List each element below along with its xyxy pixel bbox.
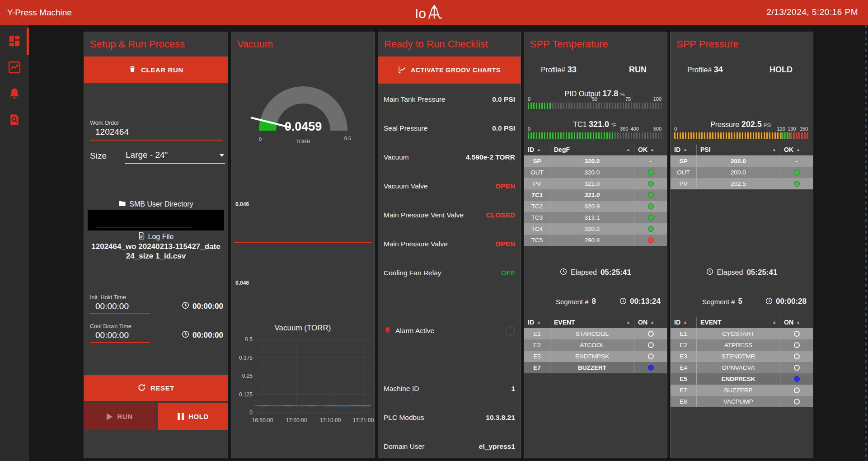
column-header-on[interactable]: ON▲: [634, 317, 667, 328]
column-header-event[interactable]: EVENT▲: [550, 317, 634, 328]
event-led: [794, 376, 800, 382]
table-row: PV202.5: [671, 178, 813, 189]
event-led: [648, 353, 654, 359]
status-led: [648, 169, 654, 175]
info-row: PLC Modbus 10.3.8.21: [384, 412, 515, 423]
column-header-on[interactable]: ON▲: [780, 317, 813, 328]
header-bar: Y-Press Machine Io 2/13/2024, 5:20:16 PM: [0, 0, 868, 25]
profile-label: Profile#: [687, 66, 712, 74]
panel-title: Ready to Run Checklist: [384, 38, 488, 50]
clear-run-label: CLEAR RUN: [141, 66, 183, 74]
svg-text:0.5: 0.5: [245, 336, 253, 343]
event-row: E1CYCSTART: [671, 328, 813, 339]
checklist-value: OPEN: [495, 182, 515, 190]
init-hold-field: Init. Hold Time: [90, 294, 158, 314]
panel-title: SPP Pressure: [676, 38, 739, 50]
trend-chart-icon: [8, 68, 21, 75]
sidebar-item-dashboard[interactable]: [8, 34, 21, 48]
smb-directory-link[interactable]: SMB User Directory: [84, 200, 228, 208]
init-hold-input[interactable]: [90, 301, 150, 314]
sort-icon: ▲: [650, 320, 654, 325]
column-header-id[interactable]: ID▲: [671, 144, 697, 155]
status-led: [648, 181, 654, 187]
alarm-indicator-led: [505, 326, 515, 336]
column-header-ok[interactable]: OK▲: [634, 144, 667, 155]
status-led: [794, 181, 800, 187]
sort-icon: ▲: [796, 147, 800, 152]
run-state-badge: HOLD: [769, 65, 793, 75]
datetime: 2/13/2024, 5:20:16 PM: [766, 7, 858, 17]
sort-icon: ▲: [683, 320, 687, 325]
activate-groov-charts-button[interactable]: ACTIVATE GROOV CHARTS: [378, 56, 521, 84]
sort-icon: ▲: [626, 320, 630, 325]
size-label: Size: [90, 151, 107, 161]
dashboard-icon: [8, 42, 21, 49]
status-led: [648, 226, 654, 232]
sort-icon: ▲: [772, 320, 776, 325]
event-row: E1STARCOOL: [524, 328, 667, 339]
chart-title: Vacuum (TORR): [231, 324, 374, 333]
smb-label: SMB User Directory: [129, 200, 193, 208]
column-header-ok[interactable]: OK▲: [780, 144, 813, 155]
run-button[interactable]: RUN: [84, 403, 155, 430]
cool-down-input[interactable]: [90, 329, 150, 343]
status-led: [794, 169, 800, 175]
elapsed-label: Elapsed: [571, 268, 597, 277]
event-row: E2ATCOOL: [524, 339, 667, 351]
checklist-row: Cooling Fan Relay OFF: [384, 267, 515, 279]
sidebar-item-event-log[interactable]: [8, 113, 21, 127]
event-led: [794, 342, 800, 348]
event-row: E7BUZZERT: [524, 362, 667, 373]
iot-logo: Io: [415, 4, 442, 21]
checklist-label: Cooling Fan Relay: [384, 269, 441, 277]
column-header-id[interactable]: ID▲: [524, 317, 550, 328]
document-icon: [138, 232, 145, 241]
checklist-label: Main Tank Pressure: [384, 95, 446, 103]
table-row: TC1321.0: [524, 189, 667, 201]
run-state-badge: RUN: [629, 65, 647, 75]
event-row: E2ATPRESS: [671, 339, 813, 351]
event-row: E5ENDPRESK: [671, 373, 813, 385]
segment-label: Segment #: [702, 298, 735, 306]
logo-arrow-icon: [426, 4, 442, 21]
column-header-degf[interactable]: DegF▲: [550, 144, 634, 155]
event-led: [794, 387, 800, 393]
profile-row: Profile# 34 HOLD: [687, 64, 793, 75]
status-led: -: [796, 158, 798, 165]
sidebar-item-trends[interactable]: [8, 61, 21, 74]
sort-icon: ▲: [650, 147, 654, 152]
cool-down-field: Cool Down Time: [90, 323, 158, 343]
reset-button[interactable]: RESET: [84, 375, 228, 401]
log-file-link[interactable]: Log File: [84, 232, 228, 241]
table-row: SP320.0-: [524, 155, 667, 167]
table-header: ID▲ DegF▲ OK▲: [524, 144, 667, 155]
checklist-value: 0.0 PSI: [492, 95, 515, 103]
scrollbar[interactable]: [865, 25, 867, 461]
column-header-event[interactable]: EVENT▲: [697, 317, 780, 328]
sidebar-item-alarms[interactable]: [8, 87, 21, 100]
temperature-events-table: ID▲ EVENT▲ ON▲ E1STARCOOL E2ATCOOL E5END…: [524, 317, 667, 373]
sidebar: [0, 25, 29, 461]
column-header-psi[interactable]: PSI▲: [697, 144, 780, 155]
column-header-id[interactable]: ID▲: [671, 317, 697, 328]
clear-run-button[interactable]: CLEAR RUN: [84, 56, 228, 83]
event-led: [794, 331, 800, 337]
pid-output-bar: 0 50 75 100: [528, 96, 662, 111]
work-order-input[interactable]: [90, 126, 223, 141]
vacuum-spark-value-top: 0.046: [235, 201, 249, 207]
status-led: [648, 237, 654, 243]
elapsed-row: Elapsed 05:25:41: [671, 267, 813, 278]
clock-icon: [182, 330, 189, 340]
clock-icon: [765, 297, 773, 306]
vacuum-spark-value-bottom: 0.046: [235, 280, 249, 286]
event-led: [794, 399, 800, 405]
column-header-id[interactable]: ID▲: [524, 144, 550, 155]
y-press-dashboard: Y-Press Machine Io 2/13/2024, 5:20:16 PM: [0, 0, 868, 461]
checklist-label: Vacuum Valve: [384, 182, 428, 190]
checklist-row: Main Pressure Valve OPEN: [384, 238, 515, 250]
info-value: el_ypress1: [479, 442, 515, 451]
size-dropdown[interactable]: Large - 24": [125, 150, 225, 164]
hold-button[interactable]: HOLD: [158, 403, 228, 430]
checklist-row: Main Pressure Vent Valve CLOSED: [384, 209, 515, 221]
logo-text: Io: [415, 6, 426, 21]
